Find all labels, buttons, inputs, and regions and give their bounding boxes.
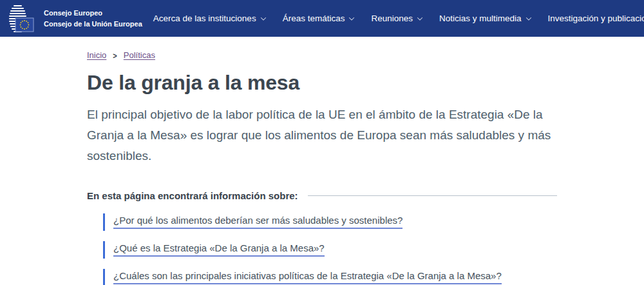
site-title-line2: Consejo de la Unión Europea (44, 19, 142, 30)
nav-item-label: Áreas temáticas (283, 14, 345, 23)
nav-item-areas-tematicas[interactable]: Áreas temáticas (283, 14, 354, 23)
nav-item-label: Acerca de las instituciones (153, 14, 256, 23)
breadcrumb-link-inicio[interactable]: Inicio (87, 50, 106, 60)
on-this-page-header: En esta página encontrará información so… (87, 190, 557, 201)
main-navigation: Acerca de las instituciones Áreas temáti… (153, 14, 644, 23)
council-logo[interactable] (5, 3, 35, 34)
nav-item-reuniones[interactable]: Reuniones (371, 14, 422, 23)
site-title[interactable]: Consejo Europeo Consejo de la Unión Euro… (44, 8, 142, 29)
accent-bar (103, 241, 105, 259)
anchor-link-iniciativas[interactable]: ¿Cuáles son las principales iniciativas … (113, 270, 502, 284)
list-item: ¿Qué es la Estrategia «De la Granja a la… (103, 241, 557, 259)
accent-bar (103, 269, 105, 285)
anchor-link-estrategia[interactable]: ¿Qué es la Estrategia «De la Granja a la… (113, 242, 325, 257)
nav-item-label: Noticias y multimedia (439, 14, 522, 23)
eu-flag-icon (15, 18, 33, 32)
on-this-page-label: En esta página encontrará información so… (87, 190, 298, 201)
list-item: ¿Por qué los alimentos deberían ser más … (103, 213, 557, 231)
europa-lantern-icon (5, 3, 35, 34)
anchor-link-saludables[interactable]: ¿Por qué los alimentos deberían ser más … (113, 215, 402, 229)
nav-item-label: Reuniones (371, 14, 413, 23)
breadcrumb-separator: > (113, 51, 117, 60)
page-content: Inicio > Políticas De la granja a la mes… (87, 50, 557, 285)
on-this-page-links: ¿Por qué los alimentos deberían ser más … (87, 213, 557, 285)
page-title: De la granja a la mesa (87, 71, 557, 95)
intro-paragraph: El principal objetivo de la labor políti… (87, 104, 557, 166)
breadcrumb-link-politicas[interactable]: Políticas (124, 50, 155, 60)
chevron-down-icon (526, 15, 531, 20)
nav-item-investigacion[interactable]: Investigación y publicaciones (548, 14, 644, 23)
nav-item-label: Investigación y publicaciones (548, 14, 644, 23)
list-item: ¿Cuáles son las principales iniciativas … (103, 269, 557, 285)
breadcrumb: Inicio > Políticas (87, 50, 557, 60)
nav-item-instituciones[interactable]: Acerca de las instituciones (153, 14, 265, 23)
chevron-down-icon (349, 15, 354, 20)
nav-item-noticias[interactable]: Noticias y multimedia (439, 14, 531, 23)
chevron-down-icon (417, 15, 422, 20)
accent-bar (103, 213, 105, 231)
top-navigation-bar: Consejo Europeo Consejo de la Unión Euro… (0, 0, 644, 37)
site-title-line1: Consejo Europeo (44, 8, 142, 19)
chevron-down-icon (260, 15, 265, 20)
horizontal-rule (308, 195, 557, 196)
